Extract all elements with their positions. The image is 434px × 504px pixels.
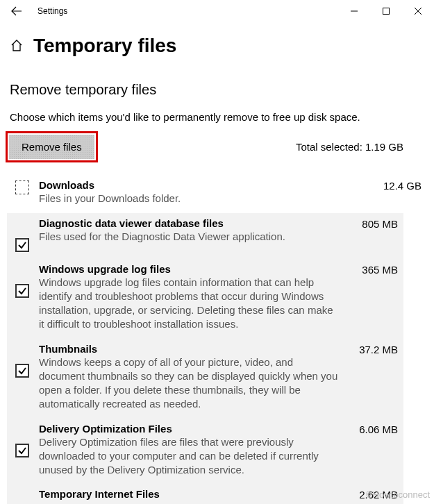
checkbox-column xyxy=(12,263,32,332)
list-item[interactable]: ThumbnailsWindows keeps a copy of all of… xyxy=(7,339,403,419)
total-selected-label: Total selected: 1.19 GB xyxy=(296,141,424,153)
titlebar: Settings xyxy=(0,0,434,22)
page-header: Temporary files xyxy=(0,22,434,62)
item-title: Diagnostic data viewer database files xyxy=(39,217,338,229)
remove-files-button[interactable]: Remove files xyxy=(9,135,94,159)
item-description: Files in your Downloads folder. xyxy=(39,192,362,205)
minimize-icon xyxy=(351,8,358,15)
svg-rect-0 xyxy=(383,8,390,15)
items-list: DownloadsFiles in your Downloads folder.… xyxy=(0,175,434,504)
section-description: Choose which items you'd like to permane… xyxy=(0,102,434,130)
item-checkbox[interactable] xyxy=(15,284,29,298)
item-checkbox[interactable] xyxy=(15,238,29,252)
checkbox-column xyxy=(12,217,32,252)
item-size: 37.2 MB xyxy=(342,343,398,412)
item-content: Delivery Optimization FilesDelivery Opti… xyxy=(32,423,342,478)
item-description: Windows keeps a copy of all of your pict… xyxy=(39,355,338,412)
checkbox-column xyxy=(12,423,32,478)
item-content: Temporary Internet Files xyxy=(32,488,342,504)
close-icon xyxy=(415,8,422,15)
close-button[interactable] xyxy=(402,0,434,22)
check-icon xyxy=(17,286,27,296)
list-item[interactable]: Temporary Internet Files2.62 MB xyxy=(7,484,403,504)
item-size: 12.4 GB xyxy=(366,179,422,205)
checkbox-column xyxy=(12,179,32,205)
section-title: Remove temporary files xyxy=(0,62,434,102)
item-title: Windows upgrade log files xyxy=(39,263,338,275)
window-controls xyxy=(338,0,434,22)
item-description: Delivery Optimization files are files th… xyxy=(39,435,338,478)
checkbox-column xyxy=(12,343,32,412)
item-content: DownloadsFiles in your Downloads folder. xyxy=(32,179,366,205)
minimize-button[interactable] xyxy=(338,0,370,22)
item-description: Windows upgrade log files contain inform… xyxy=(39,276,338,332)
watermark: ©Howtoconnect xyxy=(366,489,430,500)
item-content: ThumbnailsWindows keeps a copy of all of… xyxy=(32,343,342,412)
item-size: 365 MB xyxy=(342,263,398,332)
item-description: Files used for the Diagnostic Data Viewe… xyxy=(39,230,338,244)
item-checkbox[interactable] xyxy=(15,444,29,457)
maximize-button[interactable] xyxy=(370,0,402,22)
list-item[interactable]: Diagnostic data viewer database filesFil… xyxy=(7,213,403,259)
item-size: 6.06 MB xyxy=(342,423,398,478)
action-row: Remove files Total selected: 1.19 GB xyxy=(0,131,434,162)
page-title: Temporary files xyxy=(33,35,176,57)
item-title: Delivery Optimization Files xyxy=(39,423,338,435)
check-icon xyxy=(17,446,27,455)
item-title: Downloads xyxy=(39,179,362,191)
item-title: Temporary Internet Files xyxy=(39,488,338,500)
check-icon xyxy=(17,240,27,250)
item-checkbox[interactable] xyxy=(15,180,29,194)
list-item[interactable]: Delivery Optimization FilesDelivery Opti… xyxy=(7,419,403,485)
back-button[interactable] xyxy=(3,0,31,22)
item-content: Windows upgrade log filesWindows upgrade… xyxy=(32,263,342,332)
check-icon xyxy=(17,366,27,376)
home-icon[interactable] xyxy=(10,39,24,53)
item-checkbox[interactable] xyxy=(15,364,29,378)
checkbox-column xyxy=(12,488,32,504)
list-item[interactable]: DownloadsFiles in your Downloads folder.… xyxy=(10,175,424,212)
list-item[interactable]: Windows upgrade log filesWindows upgrade… xyxy=(7,259,403,339)
highlight-annotation: Remove files xyxy=(6,131,98,162)
app-title: Settings xyxy=(37,6,67,16)
maximize-icon xyxy=(383,8,390,15)
item-size: 805 MB xyxy=(342,217,398,252)
item-title: Thumbnails xyxy=(39,343,338,355)
item-content: Diagnostic data viewer database filesFil… xyxy=(32,217,342,252)
arrow-left-icon xyxy=(11,6,22,17)
